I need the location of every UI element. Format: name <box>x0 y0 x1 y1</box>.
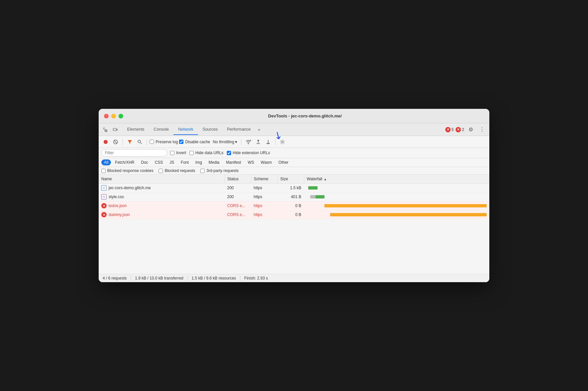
tab-bar: Elements Console Network Sources Perform… <box>99 123 489 136</box>
filter-bar: Invert Hide data URLs Hide extension URL… <box>99 148 489 158</box>
disable-cache-checkbox-label[interactable]: Disable cache <box>179 140 210 144</box>
status-requests: 4 / 6 requests <box>103 276 131 281</box>
waterfall-cell-2 <box>304 193 489 201</box>
type-btn-fetch-xhr[interactable]: Fetch/XHR <box>112 159 137 165</box>
row2-status: 200 <box>227 195 234 199</box>
error-x-icon-1: ✕ <box>445 127 451 132</box>
invert-checkbox-label[interactable]: Invert <box>170 151 186 155</box>
tab-network[interactable]: Network <box>173 124 198 135</box>
settings-gear-button[interactable]: ⚙ <box>466 125 475 134</box>
status-bar: 4 / 6 requests 1.9 kB / 10.0 kB transfer… <box>99 274 489 282</box>
device-icon-btn[interactable] <box>111 126 119 134</box>
invert-checkbox[interactable] <box>170 151 174 155</box>
size-cell-3: 0 B <box>277 201 304 210</box>
svg-rect-4 <box>117 129 118 130</box>
preserve-log-checkbox-label[interactable]: Preserve log <box>150 140 178 144</box>
network-settings-button[interactable] <box>278 138 287 146</box>
tab-right-controls: ✕ 5 ✕ 2 ⚙ ⋮ <box>445 125 487 134</box>
type-btn-media[interactable]: Media <box>206 159 222 165</box>
hide-ext-urls-checkbox[interactable] <box>227 151 231 155</box>
disable-cache-checkbox[interactable] <box>179 140 183 144</box>
wf-bar-4 <box>330 213 487 216</box>
filter-funnel-button[interactable] <box>125 138 134 146</box>
hide-data-urls-label[interactable]: Hide data URLs <box>189 151 223 155</box>
error-count-2: 2 <box>462 127 464 132</box>
row4-scheme: https <box>254 212 262 217</box>
devtools-panel: Elements Console Network Sources Perform… <box>99 123 489 282</box>
table-row[interactable]: ✕ dummy.json CORS e... https 0 B <box>99 210 489 219</box>
row1-scheme: https <box>254 186 262 190</box>
scheme-cell-1: https <box>251 184 277 193</box>
clear-button[interactable] <box>111 138 120 146</box>
type-btn-img[interactable]: Img <box>193 159 205 165</box>
hide-ext-urls-text: Hide extension URLs <box>233 151 270 155</box>
tab-overflow-btn[interactable]: » <box>255 125 263 134</box>
table-row[interactable]: ≡ jec-cors-demo.glitch.me 200 https 1.5 … <box>99 184 489 193</box>
doc-file-icon: ≡ <box>101 185 107 191</box>
third-party-label[interactable]: 3rd-party requests <box>200 168 238 173</box>
type-btn-wasm[interactable]: Wasm <box>258 159 275 165</box>
blocked-bar: Blocked response cookies Blocked request… <box>99 167 489 175</box>
tab-performance[interactable]: Performance <box>222 124 256 135</box>
filter-options: Invert Hide data URLs Hide extension URL… <box>170 151 270 155</box>
svg-rect-1 <box>103 128 104 129</box>
col-header-scheme[interactable]: Scheme <box>251 175 277 184</box>
row3-name: todos.json <box>109 203 127 208</box>
col-header-size[interactable]: Size <box>277 175 304 184</box>
type-btn-doc[interactable]: Doc <box>138 159 151 165</box>
blocked-requests-checkbox[interactable] <box>159 169 163 173</box>
row2-name: style.css <box>109 195 124 199</box>
table-row[interactable]: ✕ todos.json CORS e... https 0 B <box>99 201 489 210</box>
type-btn-js[interactable]: JS <box>167 159 177 165</box>
type-btn-manifest[interactable]: Manifest <box>223 159 244 165</box>
type-btn-font[interactable]: Font <box>178 159 191 165</box>
maximize-button[interactable] <box>119 114 123 118</box>
toolbar-separator-1 <box>122 139 123 145</box>
filter-input[interactable] <box>101 149 168 156</box>
type-btn-css[interactable]: CSS <box>152 159 166 165</box>
toolbar-separator-2 <box>147 139 147 145</box>
invert-label: Invert <box>176 151 186 155</box>
more-options-button[interactable]: ⋮ <box>477 125 487 134</box>
table-row[interactable]: ✎ style.css 200 https 401 B <box>99 193 489 201</box>
svg-point-13 <box>282 141 283 143</box>
blocked-cookies-label[interactable]: Blocked response cookies <box>101 168 153 173</box>
waterfall-cell-4 <box>304 210 489 219</box>
col-header-waterfall[interactable]: Waterfall ▲ <box>304 175 489 184</box>
toolbar-separator-3 <box>241 139 241 145</box>
hide-ext-urls-label[interactable]: Hide extension URLs <box>227 151 270 155</box>
tab-elements[interactable]: Elements <box>122 124 149 135</box>
svg-point-10 <box>248 143 249 144</box>
blocked-requests-label[interactable]: Blocked requests <box>159 168 195 173</box>
type-btn-other[interactable]: Other <box>276 159 291 165</box>
hide-data-urls-checkbox[interactable] <box>189 151 194 155</box>
throttle-select[interactable]: No throttling ▾ <box>212 139 239 145</box>
search-button[interactable] <box>135 138 144 146</box>
minimize-button[interactable] <box>111 114 116 118</box>
tab-console[interactable]: Console <box>149 124 173 135</box>
third-party-checkbox[interactable] <box>200 169 205 173</box>
wf-bar-2a <box>310 195 316 198</box>
status-cell-2: 200 <box>224 193 251 201</box>
type-btn-ws[interactable]: WS <box>245 159 257 165</box>
wifi-settings-button[interactable] <box>244 138 253 146</box>
scheme-cell-2: https <box>251 193 277 201</box>
col-header-name[interactable]: Name <box>99 175 224 184</box>
wf-bar-3 <box>324 204 487 207</box>
tab-sources[interactable]: Sources <box>198 124 222 135</box>
blocked-cookies-checkbox[interactable] <box>101 169 106 173</box>
waterfall-cell-3 <box>304 201 489 210</box>
type-btn-all[interactable]: All <box>101 159 111 165</box>
preserve-log-checkbox[interactable] <box>150 140 154 144</box>
svg-point-5 <box>104 140 108 144</box>
error-badge-1[interactable]: ✕ 5 <box>445 127 454 132</box>
close-button[interactable] <box>104 114 109 118</box>
network-toolbar: Preserve log Disable cache No throttling… <box>99 136 489 148</box>
error-badge-2[interactable]: ✕ 2 <box>456 127 464 132</box>
record-stop-button[interactable] <box>101 138 110 146</box>
download-button[interactable]: ↙ <box>264 138 272 146</box>
size-cell-4: 0 B <box>277 210 304 219</box>
cursor-icon-btn[interactable] <box>101 126 109 134</box>
col-header-status[interactable]: Status <box>224 175 251 184</box>
upload-button[interactable] <box>254 138 263 146</box>
